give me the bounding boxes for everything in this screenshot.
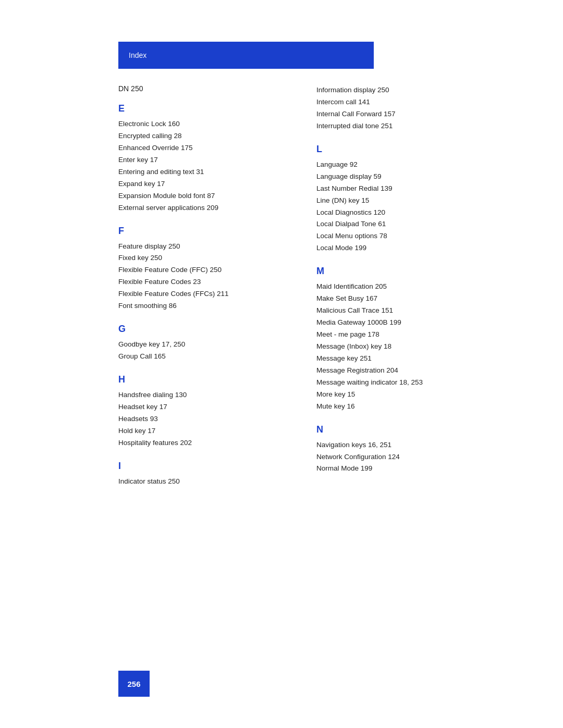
section-i: I Indicator status 250 xyxy=(118,461,301,488)
item-goodbye-key: Goodbye key 17, 250 xyxy=(118,339,301,351)
item-handsfree: Handsfree dialing 130 xyxy=(118,389,301,401)
item-local-dialpad-tone: Local Dialpad Tone 61 xyxy=(316,218,504,230)
section-letter-e: E xyxy=(118,103,301,114)
left-column: DN 250 E Electronic Lock 160 Encrypted c… xyxy=(118,84,311,499)
section-f: F Feature display 250 Fixed key 250 Flex… xyxy=(118,226,301,313)
header-bar: Index xyxy=(118,42,374,69)
section-h: H Handsfree dialing 130 Headset key 17 H… xyxy=(118,374,301,449)
item-malicious-call-trace: Malicious Call Trace 151 xyxy=(316,305,504,317)
item-interrupted-dial-tone: Interrupted dial tone 251 xyxy=(316,120,504,132)
item-headsets: Headsets 93 xyxy=(118,413,301,425)
page-container: Index DN 250 E Electronic Lock 160 Encry… xyxy=(0,0,563,728)
item-fixed-key: Fixed key 250 xyxy=(118,252,301,264)
section-letter-f: F xyxy=(118,226,301,237)
item-meet-me-page: Meet - me page 178 xyxy=(316,329,504,341)
item-intercom-call: Intercom call 141 xyxy=(316,96,504,108)
item-last-number-redial: Last Number Redial 139 xyxy=(316,183,504,195)
item-flexible-feature-codes: Flexible Feature Codes 23 xyxy=(118,276,301,288)
item-expand-key: Expand key 17 xyxy=(118,178,301,190)
section-letter-h: H xyxy=(118,374,301,385)
item-electronic-lock: Electronic Lock 160 xyxy=(118,118,301,130)
item-maid-identification: Maid Identification 205 xyxy=(316,281,504,293)
section-letter-l: L xyxy=(316,144,504,155)
item-local-menu-options: Local Menu options 78 xyxy=(316,230,504,242)
item-normal-mode: Normal Mode 199 xyxy=(316,463,504,475)
section-letter-g: G xyxy=(118,324,301,335)
item-mute-key: Mute key 16 xyxy=(316,401,504,413)
item-enter-key: Enter key 17 xyxy=(118,154,301,166)
section-n: N Navigation keys 16, 251 Network Config… xyxy=(316,424,504,475)
item-expansion-module: Expansion Module bold font 87 xyxy=(118,190,301,202)
item-language-display: Language display 59 xyxy=(316,171,504,183)
item-local-diagnostics: Local Diagnostics 120 xyxy=(316,207,504,219)
item-information-display: Information display 250 xyxy=(316,84,504,96)
section-letter-m: M xyxy=(316,266,504,277)
item-hold-key: Hold key 17 xyxy=(118,425,301,437)
item-message-waiting-indicator: Message waiting indicator 18, 253 xyxy=(316,377,504,389)
item-ffc: Flexible Feature Code (FFC) 250 xyxy=(118,264,301,276)
item-message-key: Message key 251 xyxy=(316,353,504,365)
section-g: G Goodbye key 17, 250 Group Call 165 xyxy=(118,324,301,363)
item-internal-call-forward: Internal Call Forward 157 xyxy=(316,108,504,120)
item-media-gateway: Media Gateway 1000B 199 xyxy=(316,317,504,329)
item-enhanced-override: Enhanced Override 175 xyxy=(118,142,301,154)
item-language: Language 92 xyxy=(316,159,504,171)
item-local-mode: Local Mode 199 xyxy=(316,242,504,254)
item-font-smoothing: Font smoothing 86 xyxy=(118,300,301,312)
item-headset-key: Headset key 17 xyxy=(118,401,301,413)
page-number-box: 256 xyxy=(118,671,150,697)
item-indicator-status: Indicator status 250 xyxy=(118,476,301,488)
section-i-continued: Information display 250 Intercom call 14… xyxy=(316,84,504,132)
section-letter-i: I xyxy=(118,461,301,472)
section-e: E Electronic Lock 160 Encrypted calling … xyxy=(118,103,301,214)
item-more-key: More key 15 xyxy=(316,389,504,401)
page-number: 256 xyxy=(127,680,140,688)
item-ffcs-211: Flexible Feature Codes (FFCs) 211 xyxy=(118,288,301,300)
item-navigation-keys: Navigation keys 16, 251 xyxy=(316,439,504,451)
item-make-set-busy: Make Set Busy 167 xyxy=(316,293,504,305)
item-message-inbox-key: Message (Inbox) key 18 xyxy=(316,341,504,353)
item-entering-editing: Entering and editing text 31 xyxy=(118,166,301,178)
item-feature-display: Feature display 250 xyxy=(118,241,301,253)
header-title: Index xyxy=(129,51,146,59)
item-hospitality: Hospitality features 202 xyxy=(118,437,301,449)
item-message-registration: Message Registration 204 xyxy=(316,365,504,377)
section-m: M Maid Identification 205 Make Set Busy … xyxy=(316,266,504,412)
dn-line: DN 250 xyxy=(118,84,301,93)
section-l: L Language 92 Language display 59 Last N… xyxy=(316,144,504,255)
item-external-server: External server applications 209 xyxy=(118,202,301,214)
item-group-call: Group Call 165 xyxy=(118,351,301,363)
right-column: Information display 250 Intercom call 14… xyxy=(311,84,504,499)
section-letter-n: N xyxy=(316,424,504,435)
item-encrypted-calling: Encrypted calling 28 xyxy=(118,130,301,142)
item-network-configuration: Network Configuration 124 xyxy=(316,451,504,463)
content-area: DN 250 E Electronic Lock 160 Encrypted c… xyxy=(118,84,509,499)
item-line-dn-key: Line (DN) key 15 xyxy=(316,195,504,207)
